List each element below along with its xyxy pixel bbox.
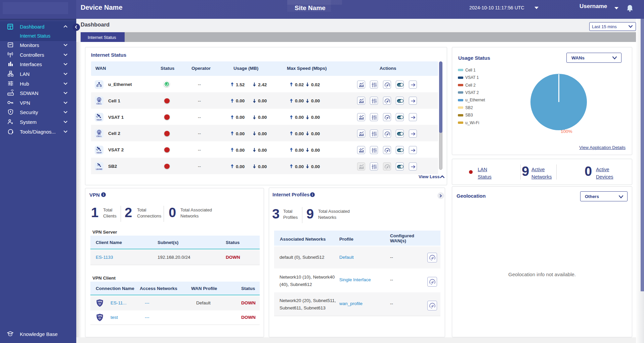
svg-text:VSAT: VSAT — [96, 119, 102, 121]
svg-text:ON: ON — [398, 149, 400, 151]
svg-text:LBAND: LBAND — [96, 168, 102, 170]
svg-text:VSAT: VSAT — [96, 152, 102, 154]
svg-text:ON: ON — [398, 100, 400, 102]
svg-text:ON: ON — [398, 166, 400, 167]
svg-text:CELL: CELL — [96, 135, 102, 137]
svg-text:VPN: VPN — [97, 315, 102, 317]
svg-text:ON: ON — [398, 84, 400, 86]
svg-text:CELL: CELL — [96, 102, 102, 105]
svg-text:VPN: VPN — [97, 300, 102, 303]
svg-text:ON: ON — [398, 117, 400, 118]
svg-text:ON: ON — [398, 133, 400, 135]
